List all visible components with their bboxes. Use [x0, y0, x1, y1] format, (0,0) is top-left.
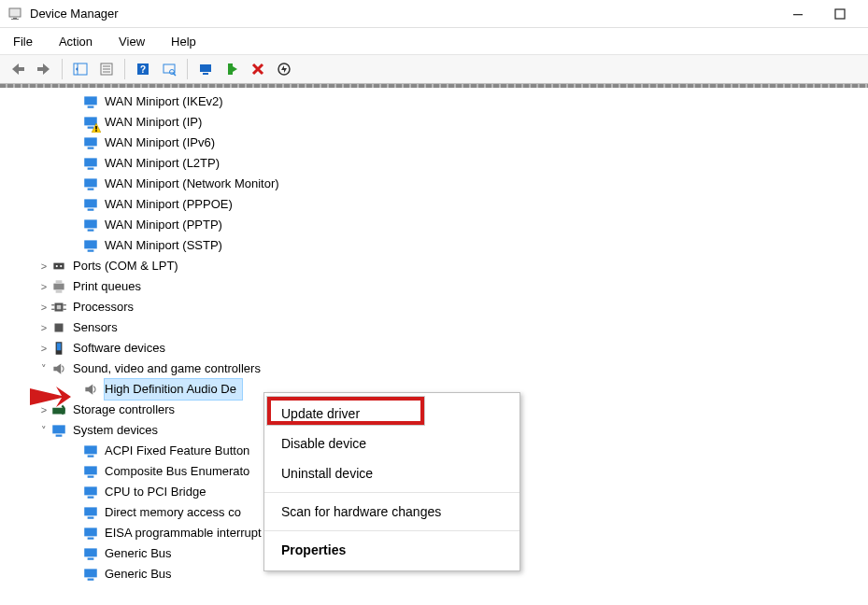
svg-rect-54 [56, 435, 63, 437]
properties-button[interactable] [94, 57, 119, 81]
enable-device-button[interactable] [220, 57, 244, 81]
context-menu-properties[interactable]: Properties [264, 535, 519, 565]
window-title: Device Manager [30, 7, 776, 21]
update-driver-button[interactable] [193, 57, 218, 81]
network-adapter-icon [82, 114, 99, 131]
svg-rect-24 [95, 130, 97, 132]
tree-item-label: WAN Miniport (PPTP) [105, 215, 228, 235]
tree-item-label: Storage controllers [73, 400, 180, 420]
tree-item-label: Sensors [73, 317, 123, 338]
svg-rect-37 [53, 263, 64, 270]
context-menu-scan-hardware[interactable]: Scan for hardware changes [264, 497, 519, 527]
tree-item-ports[interactable]: Ports (COM & LPT) [4, 256, 868, 276]
svg-rect-29 [84, 178, 97, 187]
toolbar: ? [0, 54, 868, 84]
computer-icon [50, 422, 67, 439]
speaker-icon [50, 360, 67, 377]
network-adapter-icon [82, 176, 99, 192]
computer-icon [82, 566, 99, 583]
tree-item-wan-miniport[interactable]: WAN Miniport (Network Monitor) [4, 174, 868, 194]
chevron-right-icon[interactable] [37, 256, 50, 276]
minimize-button[interactable] [776, 1, 818, 27]
scan-hardware-button[interactable] [157, 57, 181, 81]
disable-device-button[interactable] [272, 57, 296, 81]
tree-item-label: WAN Miniport (Network Monitor) [105, 174, 285, 194]
network-adapter-icon [82, 93, 99, 110]
menu-help[interactable]: Help [164, 32, 204, 51]
speaker-icon [82, 381, 99, 398]
svg-rect-53 [52, 425, 65, 433]
port-icon [50, 258, 67, 274]
svg-rect-62 [88, 517, 94, 519]
tree-item-wan-miniport[interactable]: WAN Miniport (IKEv2) [4, 91, 868, 112]
tree-item-software-devices[interactable]: Software devices [4, 338, 868, 359]
context-menu-update-driver[interactable]: Update driver [264, 399, 519, 429]
forward-button[interactable] [32, 57, 56, 81]
svg-rect-41 [56, 280, 63, 283]
app-icon [7, 7, 22, 21]
svg-rect-42 [56, 289, 63, 292]
svg-rect-64 [88, 538, 94, 540]
context-menu-disable-device[interactable]: Disable device [264, 429, 519, 458]
chevron-right-icon[interactable] [37, 297, 50, 317]
cpu-icon [50, 299, 67, 316]
tree-item-label: WAN Miniport (SSTP) [105, 235, 228, 256]
context-menu-uninstall-device[interactable]: Uninstall device [264, 458, 519, 488]
menu-file[interactable]: File [6, 32, 40, 51]
maximize-button[interactable] [818, 1, 861, 27]
chevron-down-icon[interactable] [37, 359, 50, 379]
tree-item-sound-video-game[interactable]: Sound, video and game controllers [4, 359, 868, 379]
tree-item-label: WAN Miniport (IPv6) [105, 133, 221, 153]
svg-rect-56 [88, 456, 94, 457]
svg-point-39 [60, 265, 62, 267]
svg-rect-36 [88, 250, 94, 252]
menu-action[interactable]: Action [51, 32, 100, 51]
network-adapter-icon [82, 155, 99, 172]
computer-icon [82, 504, 99, 521]
svg-rect-49 [55, 324, 64, 332]
svg-rect-57 [84, 466, 97, 474]
svg-rect-35 [84, 240, 97, 248]
tree-item-label: WAN Miniport (PPPOE) [105, 194, 238, 215]
tree-item-wan-miniport[interactable]: WAN Miniport (L2TP) [4, 153, 868, 174]
svg-rect-34 [88, 230, 94, 232]
tree-item-sensors[interactable]: Sensors [4, 317, 868, 338]
title-bar: Device Manager [0, 0, 868, 28]
tree-item-wan-miniport[interactable]: WAN Miniport (IPv6) [4, 133, 868, 153]
chevron-right-icon[interactable] [37, 276, 50, 297]
tree-item-label: Generic Bus [105, 564, 178, 584]
svg-rect-59 [84, 486, 97, 495]
svg-rect-26 [88, 148, 94, 149]
chevron-down-icon[interactable] [37, 420, 50, 441]
tree-item-wan-miniport[interactable]: WAN Miniport (PPPOE) [4, 194, 868, 215]
tree-item-label: Software devices [73, 338, 171, 359]
tree-item-label: Print queues [73, 276, 147, 297]
back-button[interactable] [6, 57, 30, 81]
tree-item-label: System devices [73, 420, 164, 441]
uninstall-device-button[interactable] [246, 57, 270, 81]
chevron-right-icon[interactable] [37, 400, 50, 420]
svg-rect-60 [88, 497, 94, 499]
chevron-right-icon[interactable] [37, 338, 50, 359]
svg-rect-15 [200, 64, 211, 72]
svg-rect-25 [84, 137, 97, 146]
svg-rect-61 [84, 507, 97, 515]
tree-item-label: WAN Miniport (L2TP) [105, 153, 225, 174]
tree-item-processors[interactable]: Processors [4, 297, 868, 317]
tree-item-label: Direct memory access co [105, 502, 247, 523]
network-adapter-icon [82, 196, 99, 213]
context-menu-separator [264, 492, 519, 493]
network-adapter-icon [82, 237, 99, 254]
svg-rect-20 [88, 106, 94, 108]
tree-item-label: ACPI Fixed Feature Button [105, 441, 255, 461]
svg-rect-19 [84, 96, 97, 105]
tree-item-print-queues[interactable]: Print queues [4, 276, 868, 297]
tree-item-wan-miniport[interactable]: WAN Miniport (IP) [4, 112, 868, 133]
show-hide-tree-button[interactable] [68, 57, 92, 81]
menu-view[interactable]: View [111, 32, 152, 51]
help-button[interactable]: ? [131, 57, 155, 81]
svg-rect-68 [88, 579, 94, 581]
tree-item-wan-miniport[interactable]: WAN Miniport (PPTP) [4, 215, 868, 235]
chevron-right-icon[interactable] [37, 317, 50, 338]
tree-item-wan-miniport[interactable]: WAN Miniport (SSTP) [4, 235, 868, 256]
